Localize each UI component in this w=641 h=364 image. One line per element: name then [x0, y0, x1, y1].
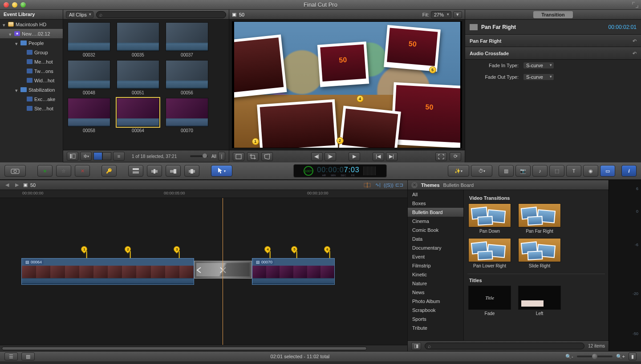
- clip-browser-button[interactable]: ▥: [499, 165, 514, 177]
- timeline-history-back[interactable]: ◀: [4, 182, 11, 188]
- prev-edit-button[interactable]: ◀|: [311, 152, 323, 161]
- audio-meter[interactable]: [363, 166, 377, 175]
- theme-category-item[interactable]: News: [408, 288, 463, 297]
- transition-tile[interactable]: Pan Down: [467, 203, 512, 234]
- timeline-scrollbar[interactable]: [0, 345, 407, 351]
- timecode-display[interactable]: 00:00:07:03: [317, 166, 360, 174]
- tree-item[interactable]: Ste…hot: [0, 104, 63, 113]
- generators-browser-button[interactable]: ◉: [583, 165, 598, 177]
- hide-rejected-button[interactable]: [67, 152, 78, 161]
- fade-in-type-dropdown[interactable]: S-curve: [523, 62, 554, 69]
- tree-item[interactable]: Me…hot: [0, 57, 63, 66]
- theme-category-item[interactable]: Boxes: [408, 199, 463, 208]
- crop-tool-button[interactable]: [247, 152, 259, 161]
- viewer-canvas[interactable]: 1 2 4 5: [232, 21, 462, 148]
- timeline-marker[interactable]: 5: [290, 245, 299, 254]
- disclosure-triangle[interactable]: ▾: [9, 32, 13, 36]
- theme-category-item[interactable]: All: [408, 190, 463, 199]
- skimmer-toggle[interactable]: |: [218, 152, 225, 161]
- title-tile[interactable]: Left: [517, 286, 562, 316]
- timeline-marker[interactable]: 1: [80, 245, 89, 254]
- clip-item[interactable]: 00051: [116, 60, 160, 95]
- clip-thumbnail[interactable]: [117, 22, 159, 51]
- themes-collapse-button[interactable]: ◨: [411, 342, 421, 350]
- action-menu-button[interactable]: ✲▾: [80, 152, 92, 161]
- title-tile[interactable]: TitleFade: [467, 286, 512, 316]
- list-view-button[interactable]: [102, 152, 111, 160]
- timeline-marker[interactable]: 2: [123, 245, 132, 254]
- theme-category-item[interactable]: Scrapbook: [408, 306, 463, 315]
- reject-button[interactable]: ✕: [75, 165, 90, 177]
- theme-category-item[interactable]: Data: [408, 235, 463, 243]
- tree-item[interactable]: ▾New….02.12: [0, 29, 63, 38]
- tree-item[interactable]: ▾Macintosh HD: [0, 20, 63, 29]
- timeline-history-fwd[interactable]: ▶: [13, 182, 20, 188]
- import-media-button[interactable]: [4, 165, 26, 177]
- titles-browser-button[interactable]: T: [566, 165, 581, 177]
- transitions-browser-button[interactable]: ⬚: [549, 165, 564, 177]
- timeline-body[interactable]: 1 2 3 4 5 6 ▤00064 ▤00070: [0, 198, 407, 345]
- transform-tool-button[interactable]: [233, 152, 244, 161]
- audio-meter-toggle[interactable]: ▮: [629, 352, 637, 360]
- photos-browser-button[interactable]: 📷: [515, 165, 531, 177]
- playhead[interactable]: [223, 198, 223, 345]
- transition-tile[interactable]: Slide Right: [517, 238, 562, 268]
- theme-category-item[interactable]: Cinema: [408, 217, 463, 226]
- fullscreen-icon[interactable]: [632, 2, 638, 8]
- play-button[interactable]: ▶: [349, 152, 360, 161]
- inspector-duration[interactable]: 00:00:02:01: [609, 24, 637, 30]
- favorite-button[interactable]: ★: [37, 165, 53, 177]
- inspector-toggle-button[interactable]: i: [621, 165, 637, 177]
- event-tree[interactable]: ▾Macintosh HD▾New….02.12▾PeopleGroupMe…h…: [0, 20, 63, 162]
- clip-item[interactable]: 00056: [165, 60, 209, 95]
- insert-clip-button[interactable]: [147, 165, 162, 177]
- tree-item[interactable]: Wid…hot: [0, 76, 63, 85]
- themes-browser-button[interactable]: ▭: [600, 165, 615, 177]
- theme-category-item[interactable]: Nature: [408, 279, 463, 288]
- timeline-marker[interactable]: 6: [323, 245, 332, 254]
- inspector-tab-transition[interactable]: Transition: [533, 11, 573, 18]
- clip-grid[interactable]: 0003200035000370004800051000560005800064…: [63, 20, 229, 150]
- filmstrip-view-button[interactable]: [93, 152, 102, 160]
- theme-category-item[interactable]: Filmstrip: [408, 261, 463, 270]
- append-clip-button[interactable]: [166, 165, 181, 177]
- next-frame-button[interactable]: ▶|: [386, 152, 398, 161]
- zoom-window-button[interactable]: [20, 2, 26, 8]
- browser-search-input[interactable]: [96, 11, 226, 18]
- clip-thumbnail[interactable]: [117, 60, 159, 89]
- timeline-ruler[interactable]: 00:00:00:00 00:00:05:00 00:00:10:00: [0, 190, 407, 198]
- zoom-slider[interactable]: [577, 356, 613, 357]
- clip-thumbnail[interactable]: [166, 98, 208, 127]
- clip-thumbnail[interactable]: [68, 22, 110, 51]
- transition-tile[interactable]: Pan Lower Right: [467, 238, 512, 268]
- bg-tasks-indicator[interactable]: 100%: [304, 166, 313, 176]
- theme-category-item[interactable]: Sports: [408, 315, 463, 324]
- timeline-index-button[interactable]: ☰: [4, 352, 18, 360]
- tree-item[interactable]: Tw…ons: [0, 66, 63, 76]
- audio-skimming-toggle[interactable]: ∿|: [373, 182, 382, 189]
- tree-item[interactable]: Exc…ake: [0, 94, 63, 104]
- clip-item[interactable]: 00058: [67, 98, 111, 133]
- clip-thumbnail[interactable]: [68, 60, 110, 89]
- tree-item[interactable]: ▾People: [0, 38, 63, 48]
- tree-item[interactable]: Group: [0, 48, 63, 57]
- clip-thumbnail[interactable]: [68, 98, 110, 127]
- view-mode-toggle[interactable]: [93, 152, 111, 160]
- viewer-settings-button[interactable]: ▾: [453, 11, 462, 18]
- clip-item[interactable]: 00035: [116, 22, 160, 57]
- music-browser-button[interactable]: ♪: [532, 165, 548, 177]
- theme-category-item[interactable]: Photo Album: [408, 297, 463, 306]
- theme-category-item[interactable]: Event: [408, 252, 463, 261]
- zoom-dropdown[interactable]: 27%: [431, 11, 451, 18]
- tree-item[interactable]: ▾Stabilization: [0, 85, 63, 94]
- clip-thumbnail[interactable]: [166, 60, 208, 89]
- fade-out-type-dropdown[interactable]: S-curve: [523, 73, 554, 81]
- zoom-out-icon[interactable]: 🔍-: [565, 354, 573, 360]
- clip-item[interactable]: 00037: [165, 22, 209, 57]
- clip-item[interactable]: 00032: [67, 22, 111, 57]
- theme-category-item[interactable]: Kinetic: [408, 270, 463, 279]
- timeline-marker[interactable]: 4: [263, 245, 272, 254]
- close-themes-button[interactable]: ✕: [411, 182, 418, 188]
- overwrite-clip-button[interactable]: [184, 165, 199, 177]
- disclosure-triangle[interactable]: ▾: [15, 41, 19, 45]
